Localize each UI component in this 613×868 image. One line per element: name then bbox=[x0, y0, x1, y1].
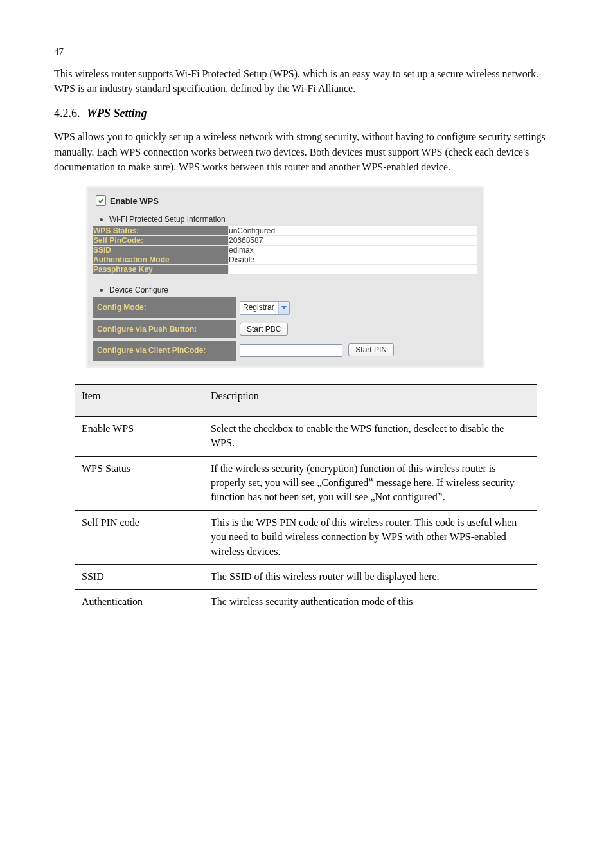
push-button-label: Configure via Push Button: bbox=[93, 319, 236, 339]
desc-header-row: Item Description bbox=[75, 384, 537, 416]
wps-screenshot-panel: Enable WPS Wi-Fi Protected Setup Informa… bbox=[86, 186, 484, 368]
config-mode-select[interactable]: Registrar bbox=[240, 301, 290, 315]
config-mode-value: Registrar bbox=[240, 302, 278, 314]
device-configure-table: Config Mode: Registrar Configure via Pus… bbox=[93, 297, 477, 361]
row-value: 20668587 bbox=[229, 236, 478, 246]
table-row: Configure via Push Button: Start PBC bbox=[93, 319, 477, 339]
wps-info-table: WPS Status: unConfigured Self PinCode: 2… bbox=[93, 226, 477, 274]
start-pin-button[interactable]: Start PIN bbox=[348, 343, 394, 356]
section-config-header: Device Configure bbox=[100, 285, 477, 294]
section-title: WPS Setting bbox=[87, 107, 147, 120]
bullet-icon bbox=[100, 289, 103, 292]
table-row: SSID edimax bbox=[93, 246, 477, 255]
start-pbc-button[interactable]: Start PBC bbox=[240, 323, 288, 336]
desc-row: Enable WPS Select the checkbox to enable… bbox=[75, 416, 537, 456]
enable-wps-label: Enable WPS bbox=[110, 196, 159, 206]
config-mode-label: Config Mode: bbox=[93, 297, 236, 319]
desc-row: WPS Status If the wireless security (enc… bbox=[75, 456, 537, 510]
row-label: SSID bbox=[93, 246, 229, 255]
section-number: 4.2.6. bbox=[54, 107, 80, 120]
page-number: 47 bbox=[54, 46, 559, 57]
desc-text: Select the checkbox to enable the WPS fu… bbox=[204, 416, 537, 456]
table-row: Self PinCode: 20668587 bbox=[93, 236, 477, 246]
description-table: Item Description Enable WPS Select the c… bbox=[75, 384, 537, 615]
client-pin-input[interactable] bbox=[240, 344, 342, 357]
desc-text: This is the WPS PIN code of this wireles… bbox=[204, 510, 537, 564]
desc-item: Enable WPS bbox=[75, 416, 204, 456]
table-row: WPS Status: unConfigured bbox=[93, 226, 477, 236]
row-value bbox=[229, 265, 478, 275]
row-label: Self PinCode: bbox=[93, 236, 229, 246]
desc-text: If the wireless security (encryption) fu… bbox=[204, 456, 537, 510]
bullet-icon bbox=[100, 218, 103, 221]
client-pin-label: Configure via Client PinCode: bbox=[93, 339, 236, 361]
enable-wps-checkbox[interactable] bbox=[96, 195, 106, 206]
supports-text: WPS allows you to quickly set up a wirel… bbox=[54, 129, 559, 174]
desc-item: Self PIN code bbox=[75, 510, 204, 564]
desc-header-item: Item bbox=[75, 384, 204, 416]
desc-text: The SSID of this wireless router will be… bbox=[204, 564, 537, 589]
desc-item: WPS Status bbox=[75, 456, 204, 510]
svg-marker-0 bbox=[281, 306, 287, 309]
section-config-title: Device Configure bbox=[109, 285, 168, 294]
row-label: WPS Status: bbox=[93, 226, 229, 236]
table-row: Authentication Mode Disable bbox=[93, 255, 477, 265]
section-info-header: Wi-Fi Protected Setup Information bbox=[100, 215, 477, 224]
desc-item: SSID bbox=[75, 564, 204, 589]
intro-text: This wireless router supports Wi-Fi Prot… bbox=[54, 66, 559, 96]
section-info-title: Wi-Fi Protected Setup Information bbox=[109, 215, 226, 224]
table-row: Configure via Client PinCode: Start PIN bbox=[93, 339, 477, 361]
desc-row: Authentication The wireless security aut… bbox=[75, 590, 537, 615]
desc-text: The wireless security authentication mod… bbox=[204, 590, 537, 615]
desc-item: Authentication bbox=[75, 590, 204, 615]
row-label: Authentication Mode bbox=[93, 255, 229, 265]
row-value: edimax bbox=[229, 246, 478, 255]
desc-header-desc: Description bbox=[204, 384, 537, 416]
table-row: Passphrase Key bbox=[93, 265, 477, 275]
chevron-down-icon bbox=[278, 302, 289, 314]
section-heading: 4.2.6. WPS Setting bbox=[54, 105, 559, 122]
row-label: Passphrase Key bbox=[93, 265, 229, 275]
row-value: unConfigured bbox=[229, 226, 478, 236]
table-row: Config Mode: Registrar bbox=[93, 297, 477, 319]
desc-row: Self PIN code This is the WPS PIN code o… bbox=[75, 510, 537, 564]
row-value: Disable bbox=[229, 255, 478, 265]
desc-row: SSID The SSID of this wireless router wi… bbox=[75, 564, 537, 589]
